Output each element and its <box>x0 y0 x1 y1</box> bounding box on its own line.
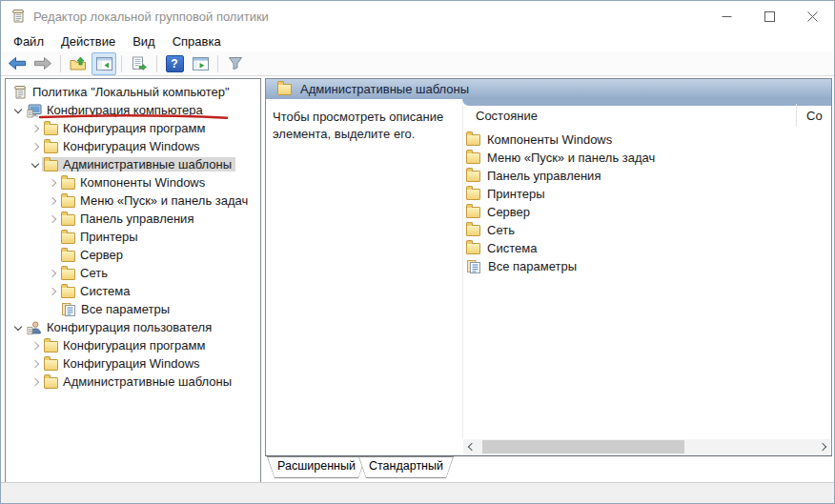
tab-extended-view[interactable]: Расширенный <box>267 456 366 479</box>
status-bar <box>1 482 834 503</box>
tree-item-label: Административные шаблоны <box>63 374 232 389</box>
tree-item-label: Конфигурация пользователя <box>47 320 212 334</box>
computer-config-icon <box>27 103 42 118</box>
scrollbar-thumb[interactable] <box>482 440 684 454</box>
list-item-system[interactable]: Система <box>466 239 829 257</box>
expander-collapsed-icon[interactable] <box>29 336 42 354</box>
folder-icon <box>61 196 75 208</box>
toolbar-separator <box>217 55 218 72</box>
help-button[interactable]: ? <box>162 52 187 75</box>
up-one-level-button[interactable] <box>66 52 91 75</box>
minimize-button[interactable] <box>705 1 748 31</box>
tree-item-user-windows-configuration[interactable]: Конфигурация Windows <box>6 354 260 373</box>
list-item-label: Сеть <box>487 223 515 237</box>
scroll-right-arrow[interactable] <box>814 439 830 454</box>
list-item-network[interactable]: Сеть <box>466 221 829 239</box>
forward-button[interactable] <box>31 52 55 75</box>
tree-item-label: Система <box>80 284 130 298</box>
tab-standard-view[interactable]: Стандартный <box>358 456 454 479</box>
tree-item-label: Принтеры <box>80 230 138 244</box>
folder-icon <box>277 84 292 95</box>
list-item-all-settings[interactable]: Все параметры <box>466 257 829 275</box>
maximize-button[interactable] <box>748 1 791 31</box>
list-item-printers[interactable]: Принтеры <box>466 185 829 203</box>
tree-item-label: Компоненты Windows <box>80 175 205 190</box>
folder-icon <box>61 251 75 262</box>
folder-icon <box>61 232 75 244</box>
list-item-label: Принтеры <box>487 187 545 201</box>
menu-help[interactable]: Справка <box>164 32 230 50</box>
result-header-band: Административные шаблоны <box>266 79 831 99</box>
folder-icon <box>44 341 58 353</box>
horizontal-scrollbar[interactable] <box>463 439 830 454</box>
expander-expanded-icon[interactable] <box>11 318 25 336</box>
tree-item-windows-components[interactable]: Компоненты Windows <box>6 173 260 192</box>
expander-collapsed-icon[interactable] <box>46 282 59 300</box>
expander-collapsed-icon[interactable] <box>29 119 42 137</box>
tree-item-network[interactable]: Сеть <box>6 264 260 282</box>
list-item-server[interactable]: Сервер <box>466 203 829 221</box>
user-config-icon <box>27 320 42 335</box>
scroll-left-arrow[interactable] <box>463 439 479 454</box>
tree-item-software-configuration[interactable]: Конфигурация программ <box>6 119 260 137</box>
policy-scroll-icon <box>12 85 28 100</box>
description-list-divider <box>462 106 463 438</box>
expander-collapsed-icon[interactable] <box>46 192 59 210</box>
console-tree-panel: Политика "Локальный компьютер" Конфигура… <box>5 78 261 485</box>
folder-icon <box>466 171 480 182</box>
column-header-truncated[interactable]: Со <box>806 109 823 123</box>
show-console-tree-button[interactable] <box>92 52 116 75</box>
expander-collapsed-icon[interactable] <box>46 210 59 228</box>
folder-icon <box>44 359 58 371</box>
toolbar: ? <box>1 51 834 76</box>
tree-item-server[interactable]: Сервер <box>6 246 260 264</box>
column-header-state[interactable]: Состояние <box>476 109 538 123</box>
expander-collapsed-icon[interactable] <box>29 373 42 391</box>
list-item-start-menu-taskbar[interactable]: Меню «Пуск» и панель задач <box>466 149 829 167</box>
back-button[interactable] <box>5 52 30 75</box>
folder-icon <box>44 142 58 153</box>
tree-item-user-configuration[interactable]: Конфигурация пользователя <box>6 318 260 336</box>
list-item-label: Сервер <box>487 205 530 219</box>
expander-expanded-icon[interactable] <box>11 101 25 119</box>
tree-item-administrative-templates[interactable]: Административные шаблоны <box>6 155 260 173</box>
tree-item-user-software-configuration[interactable]: Конфигурация программ <box>6 336 260 354</box>
expander-collapsed-icon[interactable] <box>46 264 59 282</box>
folder-icon <box>466 207 480 218</box>
folder-icon <box>44 377 58 389</box>
export-list-button[interactable] <box>127 52 152 75</box>
list-item-control-panel[interactable]: Панель управления <box>466 167 829 185</box>
menu-view[interactable]: Вид <box>124 32 164 50</box>
menu-bar: Файл Действие Вид Справка <box>1 31 834 51</box>
show-new-window-button[interactable] <box>188 52 213 75</box>
tree-item-start-menu-taskbar[interactable]: Меню «Пуск» и панель задач <box>6 192 260 210</box>
menu-action[interactable]: Действие <box>52 32 124 50</box>
help-icon: ? <box>166 55 184 72</box>
tree-item-printers[interactable]: Принтеры <box>6 228 260 246</box>
list-item-label: Система <box>487 241 537 255</box>
expander-collapsed-icon[interactable] <box>46 173 59 192</box>
list-item-windows-components[interactable]: Компоненты Windows <box>466 131 829 149</box>
folder-icon <box>466 134 480 146</box>
selected-tree-item-highlight: Административные шаблоны <box>42 157 235 171</box>
close-button[interactable] <box>791 1 834 31</box>
menu-file[interactable]: Файл <box>5 32 52 50</box>
tree-item-local-computer-policy[interactable]: Политика "Локальный компьютер" <box>6 83 260 101</box>
gpedit-window: Редактор локальной групповой политики Фа… <box>0 0 835 504</box>
tree-item-control-panel[interactable]: Панель управления <box>6 210 260 228</box>
expander-collapsed-icon[interactable] <box>29 354 42 373</box>
tree-item-system[interactable]: Система <box>6 282 260 300</box>
tree-item-label: Политика "Локальный компьютер" <box>32 85 230 99</box>
tree-item-all-settings[interactable]: Все параметры <box>6 300 260 318</box>
tree-item-label: Все параметры <box>81 302 170 316</box>
tree-item-computer-configuration[interactable]: Конфигурация компьютера <box>6 101 260 119</box>
tree-item-user-administrative-templates[interactable]: Административные шаблоны <box>6 373 260 391</box>
expander-none <box>46 228 59 246</box>
expander-expanded-icon[interactable] <box>29 155 42 173</box>
tree-item-label: Административные шаблоны <box>63 157 232 171</box>
expander-collapsed-icon[interactable] <box>29 137 42 155</box>
toolbar-separator <box>121 55 122 72</box>
filter-button[interactable] <box>223 52 248 75</box>
folder-icon <box>44 124 58 135</box>
tree-item-windows-configuration[interactable]: Конфигурация Windows <box>6 137 260 155</box>
